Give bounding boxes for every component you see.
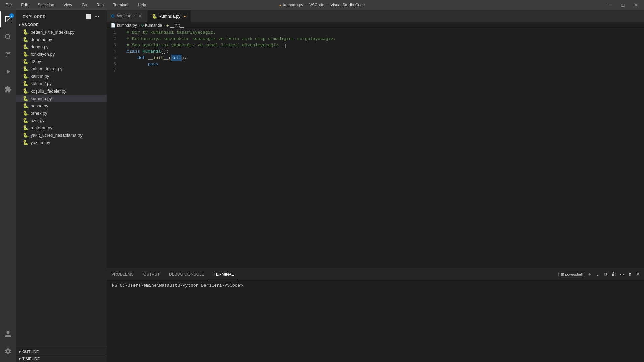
py-icon: 🐍: [23, 66, 29, 71]
outline-section[interactable]: ▶ OUTLINE: [16, 348, 107, 355]
breadcrumb-sep1: ›: [138, 23, 140, 28]
file-name: kalıtım_tekrar.py: [31, 66, 62, 71]
modified-dot: ●: [279, 3, 281, 7]
activity-explorer[interactable]: 1: [0, 11, 16, 27]
sidebar-header-actions[interactable]: ⬜ ⋯: [85, 13, 100, 20]
new-folder-button[interactable]: ⋯: [93, 13, 100, 20]
file-kalitim[interactable]: 🐍 kalıtım.py: [16, 72, 107, 80]
file-name: yazılım.py: [31, 140, 50, 145]
menu-go[interactable]: Go: [79, 2, 89, 8]
file-restoran[interactable]: 🐍 restoran.py: [16, 124, 107, 131]
py-icon: 🐍: [23, 88, 29, 94]
menu-view[interactable]: View: [61, 2, 74, 8]
code-line-3: # Ses ayarlarını yapacağız ve kanal list…: [127, 42, 641, 48]
tabs-bar: ⚙ Welcome ✕ 🐍 kumnda.py ●: [107, 10, 644, 22]
file-name: yakıt_ücreti_hesaplama.py: [31, 133, 83, 138]
file-nesne[interactable]: 🐍 nesne.py: [16, 102, 107, 109]
panel-actions[interactable]: ⊞ powershell ＋ ⌄ ⧉ 🗑 ⋯ ⬆ ✕: [558, 268, 644, 280]
svg-point-0: [6, 52, 7, 53]
minimize-button[interactable]: ─: [605, 2, 615, 8]
panel-maximize-button[interactable]: ⬆: [627, 271, 633, 278]
menu-selection[interactable]: Selection: [36, 2, 56, 8]
file-deneme[interactable]: 🐍 deneme.py: [16, 36, 107, 43]
activity-search[interactable]: [0, 29, 16, 45]
file-name: kalıtım.py: [31, 74, 49, 79]
panel-tabs: PROBLEMS OUTPUT DEBUG CONSOLE TERMINAL ⊞…: [107, 268, 644, 280]
file-name: ornek.py: [31, 111, 47, 116]
py-icon: 🐍: [23, 103, 29, 108]
editor-content[interactable]: 1 2 3 4 5 6 7 # Bir tv kumandası tasarla…: [107, 29, 644, 268]
menu-terminal[interactable]: Terminal: [111, 2, 130, 8]
line-num-4: 4: [107, 48, 120, 55]
activity-extensions[interactable]: [0, 81, 16, 97]
file-beden-kitle-indeksi[interactable]: 🐍 beden_kitle_indeksi.py: [16, 28, 107, 36]
kill-terminal-button[interactable]: 🗑: [610, 271, 617, 278]
tab-kumnda[interactable]: 🐍 kumnda.py ●: [148, 10, 191, 22]
breadcrumb-class[interactable]: Kumanda: [145, 23, 162, 28]
panel-close-button[interactable]: ✕: [635, 271, 641, 278]
sidebar: EXPLORER ⬜ ⋯ ▾ VSCODE 🐍 beden_kitle_inde…: [16, 10, 107, 362]
panel-tab-problems[interactable]: PROBLEMS: [107, 268, 139, 280]
file-if2[interactable]: 🐍 if2.py: [16, 58, 107, 65]
activity-source-control[interactable]: [0, 46, 16, 62]
file-list: 🐍 beden_kitle_indeksi.py 🐍 deneme.py 🐍 d…: [16, 28, 107, 348]
activity-run[interactable]: [0, 64, 16, 80]
file-ornek[interactable]: 🐍 ornek.py: [16, 109, 107, 117]
explorer-title: EXPLORER: [23, 15, 46, 19]
code-line-4: class Kumanda():: [127, 48, 641, 55]
close-button[interactable]: ✕: [631, 2, 641, 8]
menu-help[interactable]: Help: [136, 2, 148, 8]
tab-welcome-close[interactable]: ✕: [137, 13, 143, 19]
file-dongu[interactable]: 🐍 dongu.py: [16, 43, 107, 50]
menu-edit[interactable]: Edit: [19, 2, 30, 8]
file-yazilim[interactable]: 🐍 yazılım.py: [16, 139, 107, 146]
breadcrumb-class-icon: ◇: [141, 23, 144, 27]
sidebar-header: EXPLORER ⬜ ⋯: [16, 10, 107, 21]
py-icon: 🐍: [23, 73, 29, 79]
file-yakit-ucreti[interactable]: 🐍 yakıt_ücreti_hesaplama.py: [16, 131, 107, 139]
panel-tab-debug[interactable]: DEBUG CONSOLE: [164, 268, 209, 280]
activity-accounts[interactable]: [0, 326, 16, 342]
window-controls[interactable]: ─ □ ✕: [605, 2, 641, 8]
panel-tab-terminal[interactable]: TERMINAL: [209, 268, 239, 280]
file-kosullu-ifadeler[interactable]: 🐍 koşullu_ifadeler.py: [16, 87, 107, 95]
section-chevron: ▾: [19, 23, 21, 27]
file-name: restoran.py: [31, 125, 52, 130]
new-file-button[interactable]: ⬜: [85, 13, 92, 20]
menu-run[interactable]: Run: [94, 2, 106, 8]
split-terminal-button[interactable]: ⧉: [602, 271, 609, 278]
file-ozel[interactable]: 🐍 ozel.py: [16, 117, 107, 124]
line-num-7: 7: [107, 67, 120, 74]
panel-tab-output[interactable]: OUTPUT: [139, 268, 164, 280]
more-actions-button[interactable]: ⋯: [619, 271, 625, 278]
timeline-section[interactable]: ▶ TIMELINE: [16, 355, 107, 362]
line-num-2: 2: [107, 36, 120, 42]
py-icon: 🐍: [23, 125, 29, 130]
tab-welcome[interactable]: ⚙ Welcome ✕: [107, 10, 148, 22]
line-num-1: 1: [107, 29, 120, 36]
file-kalitim2[interactable]: 🐍 kalıtım2.py: [16, 80, 107, 87]
line-num-3: 3: [107, 42, 120, 48]
terminal-shell-label: ⊞ powershell: [558, 272, 585, 277]
timeline-label: TIMELINE: [22, 357, 40, 361]
breadcrumb-file[interactable]: kumnda.py: [117, 23, 137, 28]
maximize-button[interactable]: □: [618, 2, 628, 8]
py-icon: 🐍: [23, 44, 29, 49]
activity-settings[interactable]: [0, 343, 16, 359]
vscode-section[interactable]: ▾ VSCODE: [16, 21, 107, 28]
menu-file[interactable]: File: [3, 2, 14, 8]
file-fonksiyon[interactable]: 🐍 fonksiyon.py: [16, 50, 107, 58]
code-area[interactable]: # Bir tv kumandası tasarlayacağız. # Kul…: [123, 29, 644, 268]
file-kalitim-tekrar[interactable]: 🐍 kalıtım_tekrar.py: [16, 65, 107, 72]
title-bar: File Edit Selection View Go Run Terminal…: [0, 0, 644, 10]
add-terminal-button[interactable]: ＋: [586, 271, 593, 278]
line-numbers: 1 2 3 4 5 6 7: [107, 29, 123, 268]
breadcrumb: 📄 kumnda.py › ◇ Kumanda › ◈ __init__: [107, 22, 644, 29]
menu-bar[interactable]: File Edit Selection View Go Run Terminal…: [3, 2, 148, 8]
breadcrumb-method[interactable]: __init__: [170, 23, 184, 28]
terminal-content[interactable]: PS C:\Users\emine\Masaüstü\Python Dersle…: [107, 280, 644, 362]
tab-modified-dot: ●: [184, 14, 186, 18]
file-kumnda[interactable]: 🐍 kumnda.py: [16, 95, 107, 102]
terminal-dropdown-button[interactable]: ⌄: [594, 271, 601, 278]
file-name: deneme.py: [31, 37, 52, 42]
